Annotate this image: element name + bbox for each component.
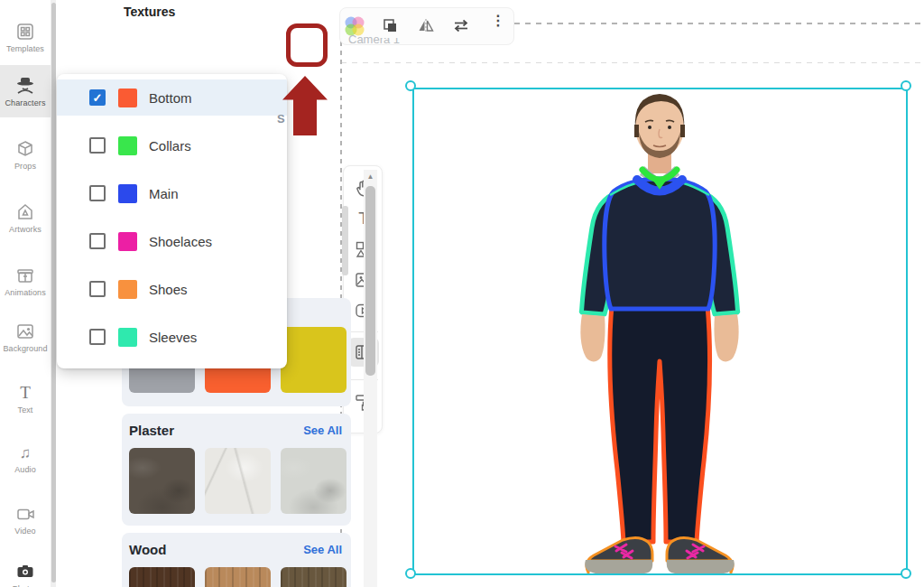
sidebar-item-label: Animations [5,288,46,297]
checkbox[interactable]: ✓ [89,89,106,106]
section-plaster: Plaster See All [122,414,351,526]
selection-handle-bottom-left[interactable] [405,568,416,579]
svg-text:♫: ♫ [20,444,32,461]
checkbox[interactable]: ✓ [89,185,106,201]
wood-swatch[interactable] [205,567,271,587]
texture-option-shoes[interactable]: ✓ Shoes [57,271,287,307]
selection-handle-top-right[interactable] [901,80,911,91]
sidebar-item-templates[interactable]: Templates [0,13,51,61]
sidebar-item-label: Characters [5,98,45,107]
partially-hidden-swatch [342,206,348,275]
wood-swatch[interactable] [129,567,195,587]
texture-option-label: Collars [149,138,191,154]
photos-icon [15,562,35,582]
sidebar-item-props[interactable]: Props [0,130,51,179]
props-icon [15,139,35,159]
duplicate-icon [382,17,399,34]
plaster-swatch[interactable] [129,448,195,514]
camera-boundary-line [341,62,924,63]
texture-color-swatch [118,328,137,347]
texture-option-main[interactable]: ✓ Main [57,175,287,211]
swap-arrows-icon [452,17,470,34]
wood-swatch[interactable] [281,567,346,587]
animations-icon [15,266,35,285]
sidebar-item-text[interactable]: T Text [0,374,51,423]
characters-icon [14,76,36,96]
sidebar-item-photos[interactable]: Photos [0,553,51,587]
check-icon: ✓ [93,92,103,104]
texture-option-label: Shoelaces [149,234,212,249]
panel-scrollbar-thumb[interactable] [365,186,375,376]
sidebar-item-background[interactable]: Background [0,312,51,361]
texture-option-label: Sleeves [149,330,197,345]
audio-icon: ♫ [15,443,35,462]
kebab-icon: ⋮ [491,13,505,28]
section-title: Wood [129,542,166,557]
sidebar-item-label: Audio [14,465,36,474]
sidebar-scrollbar[interactable] [51,0,56,587]
panel-scrollbar[interactable]: ▲ [364,170,377,587]
sidebar-item-characters[interactable]: Characters [0,65,51,117]
sidebar-item-label: Artworks [9,225,42,234]
texture-option-sleeves[interactable]: ✓ Sleeves [57,319,287,355]
see-all-partial-text: S [277,112,285,126]
flip-icon [417,17,435,34]
selection-handle-bottom-right[interactable] [901,568,911,579]
texture-option-bottom[interactable]: ✓ Bottom [57,79,287,116]
sidebar-item-label: Templates [6,44,44,53]
texture-color-swatch [118,232,137,251]
sidebar-item-label: Background [3,344,47,353]
section-wood: Wood See All [122,533,351,587]
sidebar-item-label: Video [14,526,35,536]
templates-icon [15,22,35,42]
video-icon [15,504,35,524]
sidebar-item-video[interactable]: Video [0,495,51,544]
more-options-button[interactable]: ⋮ [488,14,508,28]
plaster-swatch[interactable] [205,448,271,514]
checkbox[interactable]: ✓ [89,281,106,297]
texture-option-label: Main [149,186,179,201]
sidebar-item-animations[interactable]: Animations [0,256,51,305]
swap-button[interactable] [449,17,473,38]
sidebar-item-artworks[interactable]: Artworks [0,193,51,242]
texture-color-swatch [118,280,137,299]
texture-dropdown-list: ✓ Bottom ✓ Collars ✓ Main ✓ Shoelaces ✓ … [57,74,287,368]
color-swatch[interactable] [281,327,346,393]
app-sidebar: Templates Characters Props Artworks Anim… [0,0,56,587]
plaster-swatch[interactable] [281,448,346,514]
checkbox[interactable]: ✓ [89,233,106,249]
texture-color-swatch [118,89,137,107]
panel-title: Textures [124,5,175,19]
selection-handle-top-left[interactable] [405,80,416,91]
texture-option-collars[interactable]: ✓ Collars [57,127,287,163]
flip-button[interactable] [414,17,438,38]
texture-color-swatch [118,184,137,203]
sidebar-item-audio[interactable]: ♫ Audio [0,433,51,482]
see-all-link[interactable]: See All [303,424,342,437]
texture-option-label: Bottom [149,90,192,106]
sidebar-item-label: Text [18,405,33,415]
sidebar-item-label: Props [14,162,36,171]
checkbox[interactable]: ✓ [89,329,106,345]
sidebar-scrollbar-thumb[interactable] [51,3,56,582]
texture-option-label: Shoes [149,282,188,297]
section-title: Plaster [129,423,174,438]
checkbox[interactable]: ✓ [89,137,106,154]
character-selection-box[interactable] [412,88,908,575]
background-icon [15,321,35,341]
svg-text:T: T [20,383,31,402]
duplicate-button[interactable] [379,17,402,38]
see-all-link[interactable]: See All [303,543,342,556]
sidebar-item-label: Photos [13,584,39,587]
texture-color-swatch [118,136,137,155]
scroll-up-icon[interactable]: ▲ [364,172,377,181]
artworks-icon [15,202,35,222]
text-icon: T [15,383,35,403]
texture-option-shoelaces[interactable]: ✓ Shoelaces [57,223,287,259]
